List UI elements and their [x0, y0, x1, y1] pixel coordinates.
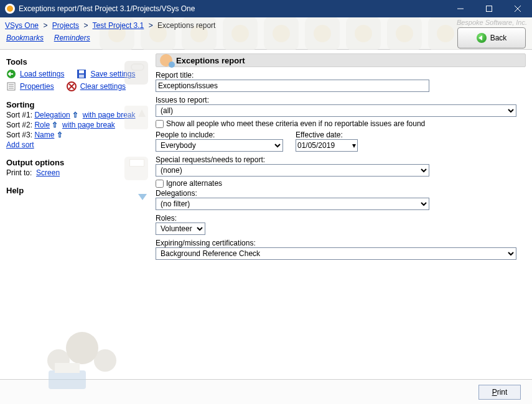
sort1-prefix: Sort #1: [6, 111, 32, 119]
minimize-button[interactable] [446, 0, 475, 17]
sort2-page-break-link[interactable]: with page break [62, 121, 115, 129]
print-to-link[interactable]: Screen [36, 168, 60, 177]
sort-line-3: Sort #3: Name ⇧ [6, 131, 149, 139]
cert-label: Expiring/missing certifications: [156, 239, 526, 247]
add-sort-line: Add sort [6, 140, 149, 149]
show-all-checkbox[interactable] [156, 120, 164, 128]
effective-label: Effective date: [296, 131, 358, 139]
print-button[interactable]: Print [478, 385, 521, 400]
clear-settings-link[interactable]: Clear settings [80, 82, 126, 91]
window-buttons [446, 0, 532, 17]
sort-icon [124, 106, 148, 129]
special-select[interactable]: (none) [156, 164, 429, 177]
effective-date-value: 01/05/2019 [297, 141, 335, 150]
dropdown-icon: ▾ [352, 141, 356, 150]
report-title-label: Report title: [156, 71, 526, 80]
effective-col: Effective date: 01/05/2019 ▾ [296, 129, 358, 152]
breadcrumb: VSys One > Projects > Test Project 3.1 >… [5, 21, 451, 30]
sort3-field-link[interactable]: Name [34, 131, 54, 139]
report-title-input[interactable] [156, 80, 429, 92]
close-icon [515, 6, 521, 12]
header-row: Bespoke Software, Inc. VSys One > Projec… [0, 17, 532, 50]
app-icon [5, 4, 15, 14]
cert-select[interactable]: Background Reference Check [156, 247, 516, 260]
back-button-label: Back [490, 34, 507, 42]
roles-select[interactable]: Volunteer [156, 223, 205, 235]
print-to-label: Print to: [6, 168, 32, 177]
issues-label: Issues to report: [156, 96, 526, 104]
help-header: Help [6, 186, 149, 195]
breadcrumb-projects[interactable]: Projects [52, 21, 79, 30]
clear-settings-icon [67, 81, 77, 91]
delegations-label: Delegations: [156, 189, 526, 198]
load-settings-icon [6, 69, 16, 79]
clipboard-icon [124, 61, 148, 85]
title-bar: Exceptions report/Test Project 3.1/Proje… [0, 0, 532, 17]
show-all-checkbox-row: Show all people who meet these criteria … [156, 119, 526, 128]
sort2-field-link[interactable]: Role [34, 121, 50, 129]
maximize-icon [486, 6, 492, 12]
help-expand-icon[interactable] [138, 194, 147, 200]
breadcrumb-test-project[interactable]: Test Project 3.1 [93, 21, 144, 30]
breadcrumb-vsys-one[interactable]: VSys One [5, 21, 39, 30]
brand-label: Bespoke Software, Inc. [457, 19, 527, 26]
svg-rect-18 [49, 370, 86, 389]
reminders-link[interactable]: Reminders [54, 34, 90, 42]
show-all-label: Show all people who meet these criteria … [166, 119, 425, 128]
bookmarks-link[interactable]: Bookmarks [6, 34, 44, 42]
people-select[interactable]: Everybody [156, 139, 283, 152]
add-sort-link[interactable]: Add sort [6, 140, 34, 149]
save-settings-icon [77, 69, 86, 79]
sort1-field-link[interactable]: Delegation [34, 111, 70, 119]
effective-date-input[interactable]: 01/05/2019 ▾ [296, 139, 358, 152]
svg-rect-19 [55, 363, 80, 373]
people-printer-illustration [34, 317, 127, 392]
print-button-rest: rint [497, 388, 508, 397]
sort2-direction-icon[interactable]: ⇧ [52, 121, 58, 129]
breadcrumb-sep: > [43, 21, 47, 30]
people-col: People to include: Everybody [156, 129, 283, 152]
load-settings-link[interactable]: Load settings [20, 70, 64, 78]
svg-point-17 [66, 332, 98, 364]
ignore-alternates-label: Ignore alternates [166, 179, 222, 188]
ignore-alternates-checkbox[interactable] [156, 180, 164, 188]
back-arrow-icon [477, 33, 487, 43]
issues-select[interactable]: (all) [156, 104, 516, 117]
form-pane: Exceptions report Report title: Issues t… [153, 50, 532, 379]
ignore-alternates-row: Ignore alternates [156, 179, 526, 188]
sort2-prefix: Sort #2: [6, 121, 32, 129]
breadcrumb-sep: > [83, 21, 88, 30]
svg-rect-7 [79, 75, 84, 78]
breadcrumb-current: Exceptions report [157, 21, 215, 30]
printer-icon [124, 157, 148, 180]
svg-rect-1 [487, 6, 492, 12]
roles-label: Roles: [156, 214, 526, 223]
form-title: Exceptions report [176, 56, 245, 65]
properties-icon [6, 81, 16, 91]
delegations-select[interactable]: (no filter) [156, 198, 429, 210]
properties-link[interactable]: Properties [20, 82, 54, 91]
back-button[interactable]: Back [457, 27, 526, 48]
special-label: Special requests/needs to report: [156, 155, 526, 164]
close-button[interactable] [503, 0, 532, 17]
sort1-direction-icon[interactable]: ⇧ [72, 111, 78, 119]
form-title-bar: Exceptions report [156, 53, 526, 67]
body: Tools Load settings Save settings Proper… [0, 50, 532, 379]
header-links: Bookmarks Reminders [6, 34, 90, 42]
print-button-keychar: P [492, 388, 497, 397]
sort3-prefix: Sort #3: [6, 131, 32, 139]
left-pane: Tools Load settings Save settings Proper… [0, 50, 153, 379]
sort3-direction-icon[interactable]: ⇧ [57, 131, 63, 139]
people-icon [160, 54, 172, 67]
maximize-button[interactable] [475, 0, 503, 17]
breadcrumb-sep: > [149, 21, 153, 30]
svg-rect-6 [79, 70, 84, 73]
people-label: People to include: [156, 131, 283, 139]
window-title: Exceptions report/Test Project 3.1/Proje… [19, 4, 446, 13]
minimize-icon [457, 6, 464, 12]
